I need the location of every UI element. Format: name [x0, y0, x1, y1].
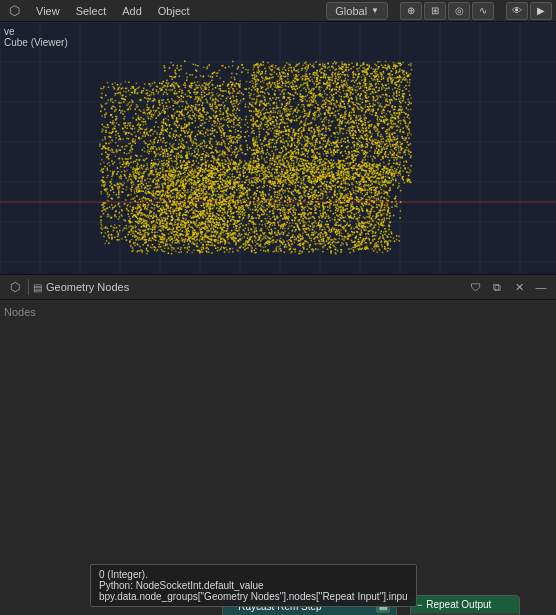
- node-editor-bar: ⬡ ▤ Geometry Nodes 🛡 ⧉ ✕ —: [0, 274, 556, 300]
- menu-view[interactable]: View: [32, 3, 64, 19]
- node-editor-icon: ⬡: [6, 278, 24, 296]
- pin-icon[interactable]: —: [532, 278, 550, 296]
- proportional-icon[interactable]: ◎: [448, 2, 470, 20]
- shield-icon[interactable]: 🛡: [466, 278, 484, 296]
- copy-icon[interactable]: ⧉: [488, 278, 506, 296]
- blender-icon: ⬡: [4, 1, 24, 21]
- node-editor: Nodes − Repeat Output O: [0, 300, 556, 615]
- minus-icon: −: [417, 600, 422, 610]
- chevron-down-icon: ▼: [371, 6, 379, 15]
- viewport-label: ve Cube (Viewer): [4, 26, 68, 48]
- nodes-label: Nodes: [4, 306, 36, 318]
- global-mode-label: Global: [335, 5, 367, 17]
- transform-icon[interactable]: ⊕: [400, 2, 422, 20]
- viewport: ve Cube (Viewer): [0, 22, 556, 274]
- menu-add[interactable]: Add: [118, 3, 146, 19]
- node-editor-title: Geometry Nodes: [46, 281, 462, 293]
- close-icon[interactable]: ✕: [510, 278, 528, 296]
- top-menu-bar: ⬡ View Select Add Object Global ▼ ⊕ ⊞ ◎ …: [0, 0, 556, 22]
- info-python-line1: Python: NodeSocketInt.default_value: [99, 580, 408, 591]
- global-mode-selector[interactable]: Global ▼: [326, 2, 388, 20]
- menu-object[interactable]: Object: [154, 3, 194, 19]
- info-box: 0 (Integer). Python: NodeSocketInt.defau…: [90, 564, 417, 607]
- repeat-output-header: − Repeat Output: [411, 596, 519, 613]
- info-value: 0 (Integer).: [99, 569, 408, 580]
- wave-icon[interactable]: ∿: [472, 2, 494, 20]
- snap-icon[interactable]: ⊞: [424, 2, 446, 20]
- info-python-line2: bpy.data.node_groups["Geometry Nodes"].n…: [99, 591, 408, 602]
- viewport-shade-icon[interactable]: 👁: [506, 2, 528, 20]
- render-icon[interactable]: ▶: [530, 2, 552, 20]
- repeat-output-title: Repeat Output: [426, 599, 491, 610]
- repeat-output-node: − Repeat Output Outside Points Computing…: [410, 595, 520, 615]
- node-editor-mode-btn[interactable]: ▤: [33, 282, 42, 293]
- menu-select[interactable]: Select: [72, 3, 111, 19]
